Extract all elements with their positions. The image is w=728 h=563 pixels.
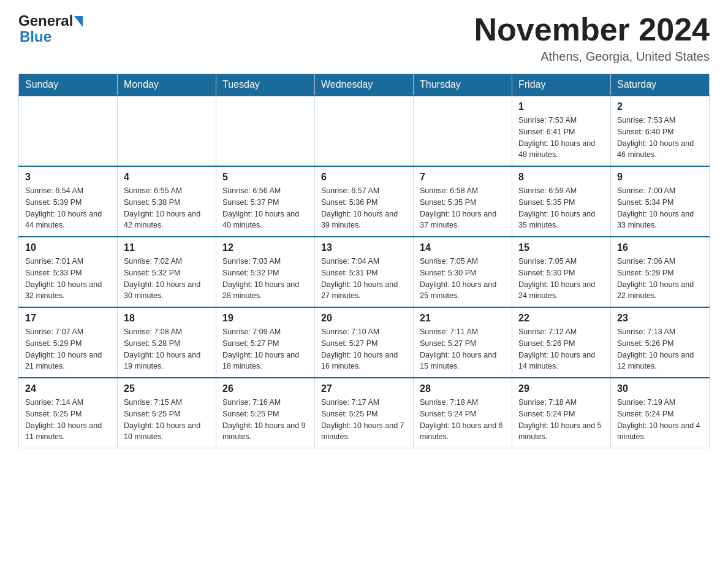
calendar-cell: 29Sunrise: 7:18 AM Sunset: 5:24 PM Dayli…: [512, 378, 611, 448]
calendar-cell: 28Sunrise: 7:18 AM Sunset: 5:24 PM Dayli…: [414, 378, 512, 448]
calendar-cell: 23Sunrise: 7:13 AM Sunset: 5:26 PM Dayli…: [611, 307, 710, 378]
day-number: 15: [518, 242, 604, 253]
day-number: 26: [222, 383, 308, 394]
calendar-header-row: SundayMondayTuesdayWednesdayThursdayFrid…: [19, 74, 710, 96]
day-number: 8: [518, 172, 604, 183]
day-info: Sunrise: 7:01 AM Sunset: 5:33 PM Dayligh…: [25, 256, 111, 302]
day-info: Sunrise: 7:05 AM Sunset: 5:30 PM Dayligh…: [420, 256, 506, 302]
day-info: Sunrise: 7:09 AM Sunset: 5:27 PM Dayligh…: [222, 326, 308, 372]
day-info: Sunrise: 6:56 AM Sunset: 5:37 PM Dayligh…: [222, 185, 308, 231]
day-number: 2: [617, 101, 703, 112]
day-number: 5: [222, 172, 308, 183]
day-number: 28: [420, 383, 506, 394]
day-info: Sunrise: 7:06 AM Sunset: 5:29 PM Dayligh…: [617, 256, 703, 302]
calendar-cell: [315, 96, 414, 166]
day-number: 4: [124, 172, 210, 183]
day-number: 18: [124, 313, 210, 324]
day-number: 17: [25, 313, 111, 324]
calendar-cell: [118, 96, 216, 166]
calendar-week-row: 3Sunrise: 6:54 AM Sunset: 5:39 PM Daylig…: [19, 166, 710, 237]
title-area: November 2024 Athens, Georgia, United St…: [474, 12, 710, 64]
calendar-cell: 16Sunrise: 7:06 AM Sunset: 5:29 PM Dayli…: [611, 237, 710, 307]
day-number: 27: [321, 383, 407, 394]
calendar-cell: 4Sunrise: 6:55 AM Sunset: 5:38 PM Daylig…: [118, 166, 216, 237]
day-info: Sunrise: 7:18 AM Sunset: 5:24 PM Dayligh…: [518, 397, 604, 443]
calendar-cell: 22Sunrise: 7:12 AM Sunset: 5:26 PM Dayli…: [512, 307, 611, 378]
day-info: Sunrise: 7:12 AM Sunset: 5:26 PM Dayligh…: [518, 326, 604, 372]
calendar-cell: 8Sunrise: 6:59 AM Sunset: 5:35 PM Daylig…: [512, 166, 611, 237]
calendar-cell: [19, 96, 118, 166]
calendar-cell: 27Sunrise: 7:17 AM Sunset: 5:25 PM Dayli…: [315, 378, 414, 448]
day-info: Sunrise: 7:10 AM Sunset: 5:27 PM Dayligh…: [321, 326, 407, 372]
day-number: 21: [420, 313, 506, 324]
calendar-cell: 21Sunrise: 7:11 AM Sunset: 5:27 PM Dayli…: [414, 307, 512, 378]
calendar-header-wednesday: Wednesday: [315, 74, 414, 96]
calendar-cell: 2Sunrise: 7:53 AM Sunset: 6:40 PM Daylig…: [611, 96, 710, 166]
day-info: Sunrise: 7:11 AM Sunset: 5:27 PM Dayligh…: [420, 326, 506, 372]
calendar-cell: 24Sunrise: 7:14 AM Sunset: 5:25 PM Dayli…: [19, 378, 118, 448]
calendar-cell: 14Sunrise: 7:05 AM Sunset: 5:30 PM Dayli…: [414, 237, 512, 307]
day-info: Sunrise: 7:19 AM Sunset: 5:24 PM Dayligh…: [617, 397, 703, 443]
calendar-cell: [414, 96, 512, 166]
day-number: 24: [25, 383, 111, 394]
day-number: 16: [617, 242, 703, 253]
calendar-header-friday: Friday: [512, 74, 611, 96]
day-number: 29: [518, 383, 604, 394]
day-info: Sunrise: 7:53 AM Sunset: 6:41 PM Dayligh…: [518, 115, 604, 161]
calendar-header-tuesday: Tuesday: [216, 74, 315, 96]
logo-arrow-icon: [74, 16, 83, 27]
day-info: Sunrise: 7:02 AM Sunset: 5:32 PM Dayligh…: [124, 256, 210, 302]
calendar-cell: 5Sunrise: 6:56 AM Sunset: 5:37 PM Daylig…: [216, 166, 315, 237]
day-number: 10: [25, 242, 111, 253]
day-number: 22: [518, 313, 604, 324]
calendar-cell: 19Sunrise: 7:09 AM Sunset: 5:27 PM Dayli…: [216, 307, 315, 378]
day-info: Sunrise: 7:17 AM Sunset: 5:25 PM Dayligh…: [321, 397, 407, 443]
calendar-cell: 1Sunrise: 7:53 AM Sunset: 6:41 PM Daylig…: [512, 96, 611, 166]
day-info: Sunrise: 7:16 AM Sunset: 5:25 PM Dayligh…: [222, 397, 308, 443]
day-info: Sunrise: 7:08 AM Sunset: 5:28 PM Dayligh…: [124, 326, 210, 372]
location-title: Athens, Georgia, United States: [474, 50, 710, 64]
day-info: Sunrise: 7:14 AM Sunset: 5:25 PM Dayligh…: [25, 397, 111, 443]
day-info: Sunrise: 6:57 AM Sunset: 5:36 PM Dayligh…: [321, 185, 407, 231]
logo-general-text: General: [18, 12, 73, 29]
day-info: Sunrise: 6:59 AM Sunset: 5:35 PM Dayligh…: [518, 185, 604, 231]
day-number: 19: [222, 313, 308, 324]
day-info: Sunrise: 6:58 AM Sunset: 5:35 PM Dayligh…: [420, 185, 506, 231]
day-info: Sunrise: 7:18 AM Sunset: 5:24 PM Dayligh…: [420, 397, 506, 443]
calendar-cell: 25Sunrise: 7:15 AM Sunset: 5:25 PM Dayli…: [118, 378, 216, 448]
calendar-cell: 9Sunrise: 7:00 AM Sunset: 5:34 PM Daylig…: [611, 166, 710, 237]
day-info: Sunrise: 7:00 AM Sunset: 5:34 PM Dayligh…: [617, 185, 703, 231]
day-number: 11: [124, 242, 210, 253]
day-info: Sunrise: 7:13 AM Sunset: 5:26 PM Dayligh…: [617, 326, 703, 372]
day-info: Sunrise: 7:53 AM Sunset: 6:40 PM Dayligh…: [617, 115, 703, 161]
calendar-cell: 7Sunrise: 6:58 AM Sunset: 5:35 PM Daylig…: [414, 166, 512, 237]
day-number: 30: [617, 383, 703, 394]
day-number: 14: [420, 242, 506, 253]
calendar-cell: 20Sunrise: 7:10 AM Sunset: 5:27 PM Dayli…: [315, 307, 414, 378]
calendar-week-row: 17Sunrise: 7:07 AM Sunset: 5:29 PM Dayli…: [19, 307, 710, 378]
calendar-cell: 17Sunrise: 7:07 AM Sunset: 5:29 PM Dayli…: [19, 307, 118, 378]
calendar-cell: [216, 96, 315, 166]
calendar-header-saturday: Saturday: [611, 74, 710, 96]
calendar-cell: 6Sunrise: 6:57 AM Sunset: 5:36 PM Daylig…: [315, 166, 414, 237]
calendar-cell: 13Sunrise: 7:04 AM Sunset: 5:31 PM Dayli…: [315, 237, 414, 307]
day-number: 25: [124, 383, 210, 394]
day-number: 1: [518, 101, 604, 112]
logo-blue-text: Blue: [20, 28, 83, 45]
calendar-cell: 26Sunrise: 7:16 AM Sunset: 5:25 PM Dayli…: [216, 378, 315, 448]
day-info: Sunrise: 7:05 AM Sunset: 5:30 PM Dayligh…: [518, 256, 604, 302]
day-info: Sunrise: 7:04 AM Sunset: 5:31 PM Dayligh…: [321, 256, 407, 302]
logo: General Blue: [18, 12, 83, 45]
day-info: Sunrise: 7:07 AM Sunset: 5:29 PM Dayligh…: [25, 326, 111, 372]
day-info: Sunrise: 7:15 AM Sunset: 5:25 PM Dayligh…: [124, 397, 210, 443]
day-number: 23: [617, 313, 703, 324]
calendar-cell: 18Sunrise: 7:08 AM Sunset: 5:28 PM Dayli…: [118, 307, 216, 378]
day-info: Sunrise: 6:54 AM Sunset: 5:39 PM Dayligh…: [25, 185, 111, 231]
calendar-cell: 30Sunrise: 7:19 AM Sunset: 5:24 PM Dayli…: [611, 378, 710, 448]
day-number: 3: [25, 172, 111, 183]
calendar-cell: 11Sunrise: 7:02 AM Sunset: 5:32 PM Dayli…: [118, 237, 216, 307]
day-info: Sunrise: 7:03 AM Sunset: 5:32 PM Dayligh…: [222, 256, 308, 302]
calendar-cell: 3Sunrise: 6:54 AM Sunset: 5:39 PM Daylig…: [19, 166, 118, 237]
calendar-header-sunday: Sunday: [19, 74, 118, 96]
day-number: 6: [321, 172, 407, 183]
